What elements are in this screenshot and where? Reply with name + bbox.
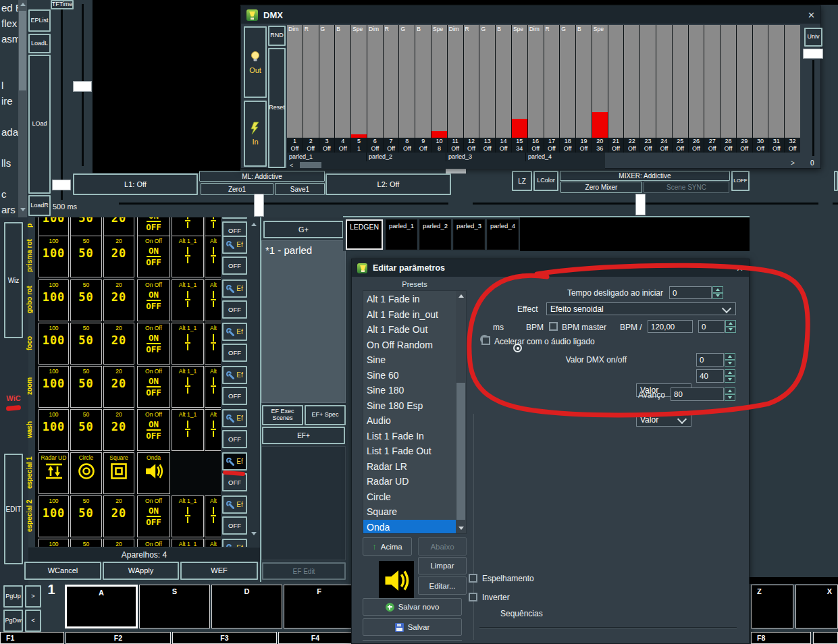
fixture-cell-20[interactable]: 2020 bbox=[103, 495, 134, 537]
abaixo-button[interactable]: Abaixo bbox=[418, 537, 467, 556]
pgup-button[interactable]: PgUp bbox=[3, 585, 23, 608]
fixture-cell-alt[interactable]: Alt bbox=[205, 539, 221, 547]
scene-slot-a[interactable]: A bbox=[65, 585, 138, 628]
left-menu-item[interactable]: ed E bbox=[1, 0, 18, 16]
scene-sync-button[interactable]: Scene SYNC bbox=[644, 182, 729, 193]
dmx-channel-fader[interactable] bbox=[624, 25, 639, 138]
preset-item[interactable]: Alt 1 Fade in bbox=[363, 292, 456, 307]
group-list-item[interactable]: *1 - parled bbox=[265, 244, 312, 256]
ef-button[interactable]: Ef bbox=[222, 366, 247, 384]
fixture-cell-alt-1-1[interactable]: Alt 1_1 bbox=[172, 323, 204, 365]
fixture-cell-20[interactable]: 2020 bbox=[103, 409, 134, 451]
fixture-cell-alt-1-1[interactable]: Alt 1_1 bbox=[172, 409, 204, 451]
wiz-button[interactable]: Wiz bbox=[4, 222, 23, 338]
preset-item[interactable]: Alt 1 Fade in_out bbox=[363, 307, 456, 323]
left-menu-scrollbar[interactable] bbox=[18, 0, 27, 217]
fixture-cell-alt[interactable]: Alt bbox=[205, 323, 221, 365]
scene-slot-s[interactable]: S bbox=[139, 585, 210, 628]
loadl-button[interactable]: LoadL bbox=[28, 34, 51, 53]
left-menu-item[interactable]: c bbox=[1, 186, 18, 202]
fixture-cell-alt-1-1[interactable]: Alt 1_1 bbox=[172, 366, 204, 408]
tab-parled_4[interactable]: parled_4 bbox=[487, 219, 519, 250]
fixture-cell-50[interactable]: 5050 bbox=[70, 539, 102, 547]
fixture-cell-alt-1-1[interactable]: Alt 1_1 bbox=[172, 279, 204, 321]
dmx-channel-fader[interactable] bbox=[656, 25, 672, 138]
acelerar-label[interactable]: Acelerar com o áudio ligado bbox=[494, 337, 595, 346]
fixture-cell-100[interactable]: 100100 bbox=[38, 409, 69, 451]
dmx-scroll-right-icon[interactable]: > bbox=[791, 159, 795, 167]
fixture-cell-100[interactable]: 100100 bbox=[38, 495, 69, 537]
tab-parled_3[interactable]: parled_3 bbox=[453, 219, 485, 250]
tftime-button[interactable]: TFTime bbox=[51, 0, 74, 9]
preset-item[interactable]: Radar LR bbox=[363, 459, 456, 475]
dmx-in-button[interactable]: In bbox=[244, 101, 267, 167]
wapply-button[interactable]: WApply bbox=[103, 562, 179, 580]
fixture-cell-alt-1-1[interactable]: Alt 1_1 bbox=[172, 539, 204, 547]
left-menu-item[interactable]: l bbox=[1, 78, 18, 93]
dmx-channel-fader[interactable] bbox=[737, 25, 752, 138]
dmx-channel-fader[interactable]: R bbox=[464, 25, 479, 138]
left-menu-item[interactable]: asm bbox=[1, 31, 18, 47]
fixture-cell-20[interactable]: 2020 bbox=[103, 366, 134, 408]
dmx-out-button[interactable]: Out bbox=[244, 26, 267, 98]
dmx-channel-fader[interactable]: Dim bbox=[528, 25, 544, 138]
preset-item[interactable]: Circle bbox=[363, 489, 456, 505]
fixture-cell-50[interactable]: 5050 bbox=[70, 323, 102, 365]
dmx-channel-fader[interactable]: B bbox=[335, 25, 350, 138]
fixture-cell-50[interactable]: 5050 bbox=[70, 236, 102, 277]
dmx-channel-fader[interactable]: Spe bbox=[592, 25, 608, 138]
fkey-f8[interactable]: F8 bbox=[751, 632, 811, 644]
preset-item[interactable]: List 1 Fade In bbox=[363, 429, 456, 444]
dmx-univ-button[interactable]: Univ bbox=[804, 28, 822, 47]
ef-plus-button[interactable]: EF+ bbox=[262, 427, 345, 444]
dialog-titlebar[interactable]: Editar parâmetros ✕ bbox=[352, 259, 749, 277]
scene-slot-d[interactable]: D bbox=[211, 585, 282, 628]
dmx-scroll-row[interactable]: < bbox=[287, 161, 605, 169]
dmx-channel-fader[interactable] bbox=[689, 25, 704, 138]
tempo-spinner[interactable]: 0 bbox=[669, 286, 723, 299]
scene-slot-f[interactable]: F bbox=[284, 585, 355, 628]
fkey-f4[interactable]: F4 bbox=[278, 632, 352, 644]
grid-scroll-down-icon[interactable] bbox=[251, 532, 257, 535]
fixture-cell-on-off[interactable]: On OffONOFF bbox=[137, 323, 170, 365]
espelhamento-checkbox[interactable] bbox=[469, 574, 477, 583]
limpar-button[interactable]: Limpar bbox=[418, 557, 467, 574]
dmx-channel-fader[interactable] bbox=[785, 25, 800, 138]
dmx-channel-fader[interactable]: B bbox=[496, 25, 511, 138]
loff-button[interactable]: LOFF bbox=[731, 171, 750, 191]
off-button[interactable]: OFF bbox=[222, 344, 247, 362]
fkey-f2[interactable]: F2 bbox=[66, 632, 171, 644]
ef-button[interactable]: Ef bbox=[222, 539, 247, 547]
ef-button[interactable]: Ef bbox=[222, 495, 247, 514]
fixture-cell-radar-ud[interactable]: Radar UD bbox=[38, 452, 69, 494]
valor2-spinner[interactable]: 40 bbox=[696, 369, 735, 383]
dmx-channel-fader[interactable] bbox=[768, 25, 784, 138]
inverter-label[interactable]: Inverter bbox=[482, 593, 510, 602]
left-menu-item[interactable]: flex bbox=[1, 16, 18, 31]
preset-item[interactable]: Audio bbox=[363, 413, 456, 429]
dmx-channel-fader[interactable]: R bbox=[544, 25, 560, 138]
fixture-cell-on-off[interactable]: On OffONOFF bbox=[137, 366, 170, 408]
editar-button[interactable]: Editar... bbox=[418, 576, 467, 595]
lcolor-button[interactable]: LColor bbox=[533, 171, 558, 191]
fixture-cell-100[interactable]: 100100 bbox=[38, 366, 69, 408]
lz-button[interactable]: LZ bbox=[512, 171, 532, 191]
dmx-rnd-button[interactable]: RND bbox=[268, 26, 286, 46]
acelerar-checkbox[interactable] bbox=[481, 336, 490, 345]
edit-button[interactable]: EDIT bbox=[4, 454, 23, 564]
fixture-cell-on-off[interactable]: On OffONOFF bbox=[137, 236, 170, 277]
dmx-channel-fader[interactable] bbox=[673, 25, 688, 138]
fixture-cell-onda[interactable]: Onda bbox=[137, 452, 170, 494]
left-menu-item[interactable]: ars bbox=[1, 202, 18, 217]
ef-button[interactable]: Ef bbox=[222, 323, 247, 341]
fixture-cell-50[interactable]: 5050 bbox=[70, 495, 102, 537]
dmx-channel-fader[interactable]: Spe bbox=[512, 25, 527, 138]
dmx-titlebar[interactable]: DMX ✕ bbox=[241, 6, 820, 24]
off-button[interactable]: OFF bbox=[222, 387, 247, 405]
preset-item[interactable]: Sine 60 bbox=[363, 368, 456, 383]
bpm-spinner[interactable]: 0 bbox=[698, 320, 736, 333]
ef-button[interactable]: Ef bbox=[222, 217, 247, 219]
valor2-dropdown[interactable]: Valor bbox=[636, 413, 691, 427]
fixture-cell-alt[interactable]: Alt bbox=[205, 495, 221, 537]
fixture-cell-on-off[interactable]: On OffONOFF bbox=[137, 495, 170, 537]
